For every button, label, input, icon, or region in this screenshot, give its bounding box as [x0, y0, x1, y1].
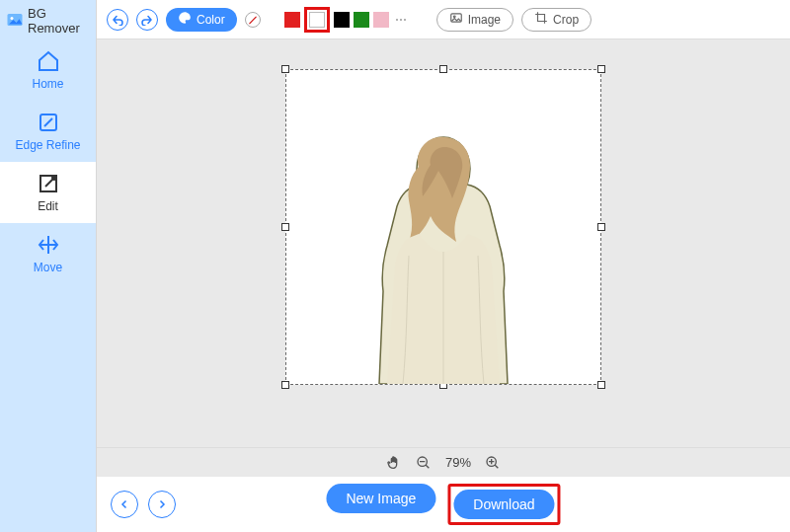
- home-icon: [37, 49, 60, 73]
- next-button[interactable]: [148, 491, 176, 518]
- swatch-none[interactable]: [245, 12, 261, 28]
- svg-point-4: [52, 176, 56, 180]
- crop-button-label: Crop: [553, 13, 579, 27]
- main-area: Color ⋯ Image: [97, 0, 790, 532]
- more-colors-button[interactable]: ⋯: [393, 13, 411, 27]
- download-label: Download: [473, 496, 534, 512]
- zoom-in-button[interactable]: [485, 455, 501, 471]
- edit-icon: [37, 172, 60, 195]
- selection-box[interactable]: [285, 69, 601, 385]
- palette-icon: [178, 11, 192, 28]
- pan-hand-button[interactable]: [386, 455, 402, 471]
- sidebar-item-home[interactable]: Home: [0, 39, 96, 101]
- swatch-white-highlight: [304, 7, 330, 33]
- sidebar: BG Remover Home Edge Refine Edit Move: [0, 0, 97, 532]
- zoom-out-button[interactable]: [416, 455, 432, 471]
- download-button[interactable]: Download: [453, 490, 554, 519]
- swatch-white[interactable]: [309, 12, 325, 28]
- swatch-pink[interactable]: [373, 12, 389, 28]
- move-icon: [37, 233, 60, 257]
- sidebar-item-label: Home: [32, 77, 63, 91]
- sidebar-item-edit[interactable]: Edit: [0, 162, 96, 223]
- download-highlight: Download: [447, 484, 560, 525]
- undo-button[interactable]: [107, 9, 128, 31]
- bottom-bar: New Image Download: [97, 477, 790, 532]
- handle-top-right[interactable]: [597, 65, 605, 73]
- app-title: BG Remover: [0, 0, 96, 39]
- color-swatches: ⋯: [245, 7, 411, 33]
- handle-bottom-right[interactable]: [597, 381, 605, 389]
- edge-refine-icon: [37, 111, 60, 134]
- sidebar-item-label: Move: [34, 261, 62, 274]
- swatch-blue[interactable]: [265, 12, 280, 28]
- handle-bottom-left[interactable]: [281, 381, 289, 389]
- zoom-controls: 79%: [97, 447, 790, 477]
- zoom-percent-label: 79%: [445, 455, 471, 470]
- new-image-label: New Image: [346, 491, 416, 506]
- svg-point-6: [453, 16, 455, 18]
- crop-icon: [534, 11, 548, 28]
- app-logo-icon: [6, 11, 24, 32]
- image-icon: [449, 11, 463, 28]
- handle-top-left[interactable]: [281, 65, 289, 73]
- handle-top-mid[interactable]: [439, 65, 447, 73]
- toolbar: Color ⋯ Image: [97, 0, 790, 39]
- redo-button[interactable]: [136, 9, 158, 31]
- crop-button[interactable]: Crop: [521, 8, 592, 32]
- prev-button[interactable]: [111, 491, 138, 518]
- sidebar-item-move[interactable]: Move: [0, 223, 96, 284]
- sidebar-item-label: Edit: [38, 199, 58, 213]
- svg-point-1: [11, 17, 14, 20]
- color-button-label: Color: [197, 13, 225, 27]
- image-button-label: Image: [468, 13, 501, 27]
- swatch-green[interactable]: [354, 12, 369, 28]
- image-button[interactable]: Image: [436, 8, 514, 32]
- subject-image[interactable]: [340, 117, 547, 384]
- sidebar-item-label: Edge Refine: [15, 138, 80, 152]
- handle-mid-right[interactable]: [597, 223, 605, 231]
- swatch-black[interactable]: [334, 12, 350, 28]
- canvas-area[interactable]: [97, 39, 790, 447]
- color-button[interactable]: Color: [166, 8, 237, 32]
- new-image-button[interactable]: New Image: [326, 484, 435, 513]
- app-title-text: BG Remover: [28, 6, 90, 36]
- swatch-red[interactable]: [284, 12, 300, 28]
- sidebar-item-edge-refine[interactable]: Edge Refine: [0, 101, 96, 162]
- handle-mid-left[interactable]: [281, 223, 289, 231]
